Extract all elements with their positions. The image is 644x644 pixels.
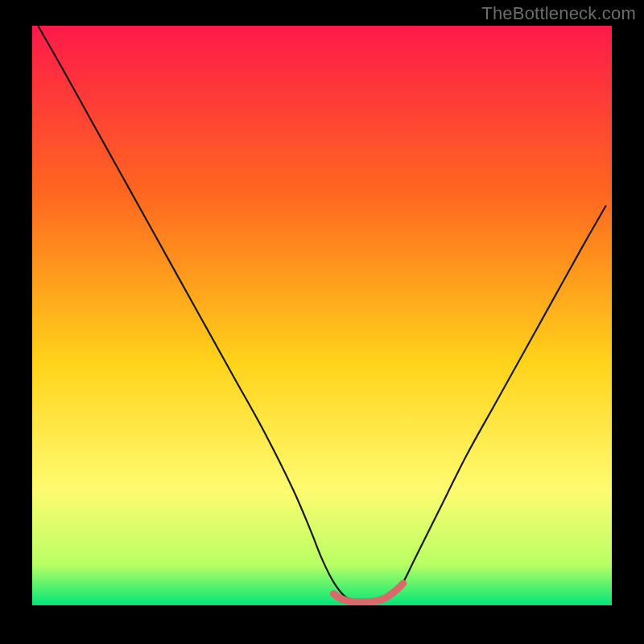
chart-stage: TheBottleneck.com	[0, 0, 644, 644]
watermark-text: TheBottleneck.com	[481, 3, 636, 24]
bottleneck-chart	[32, 26, 612, 605]
gradient-background	[32, 26, 612, 605]
